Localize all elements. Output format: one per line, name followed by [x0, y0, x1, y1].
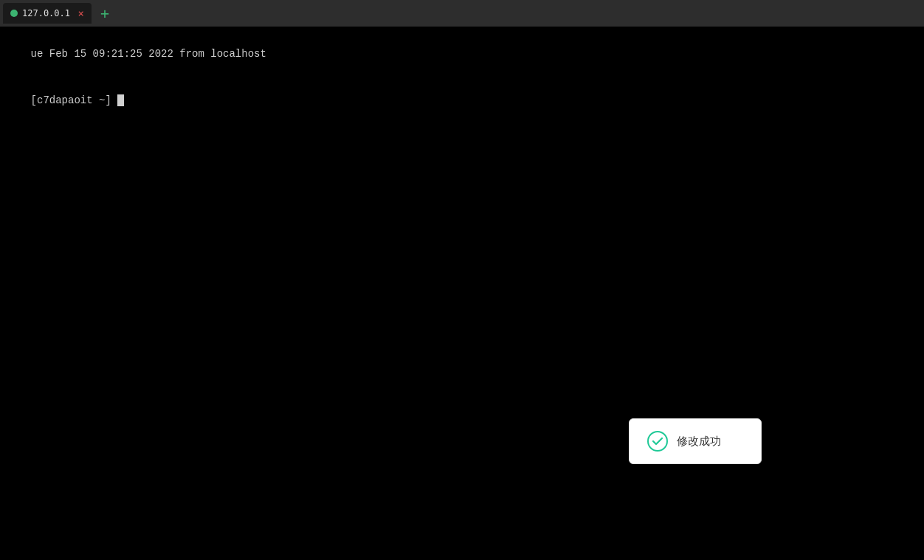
- tab-close-button[interactable]: ×: [78, 8, 84, 18]
- terminal-line-2: [c7dapaoit ~]: [6, 77, 918, 124]
- terminal-tab[interactable]: 127.0.0.1 ×: [3, 3, 92, 24]
- tab-label: 127.0.0.1: [22, 8, 74, 18]
- toast-message: 修改成功: [677, 435, 721, 449]
- terminal-line-1: ue Feb 15 09:21:25 2022 from localhost: [6, 31, 918, 77]
- tab-bar: 127.0.0.1 × +: [0, 0, 924, 27]
- new-tab-button[interactable]: +: [94, 3, 115, 24]
- toast-notification: 修改成功: [629, 418, 762, 464]
- terminal-area[interactable]: ue Feb 15 09:21:25 2022 from localhost […: [0, 27, 924, 560]
- svg-point-0: [648, 432, 667, 451]
- terminal-cursor: [117, 94, 124, 106]
- toast-success-icon: [647, 431, 668, 452]
- tab-status-dot: [10, 10, 18, 17]
